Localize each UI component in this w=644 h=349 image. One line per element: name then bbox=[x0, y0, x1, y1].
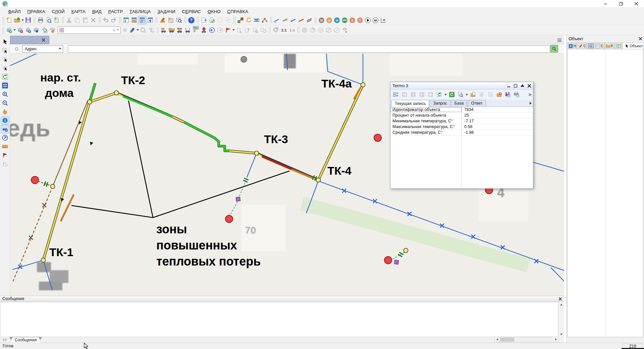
tag-button[interactable] bbox=[272, 26, 280, 34]
g-remove-button[interactable] bbox=[139, 26, 147, 34]
tab-edit[interactable]: С bbox=[577, 43, 586, 49]
filter-button[interactable] bbox=[147, 26, 155, 34]
commit-record-button[interactable] bbox=[478, 91, 486, 99]
redo-button[interactable] bbox=[110, 16, 118, 24]
toolbar-grip[interactable] bbox=[268, 27, 271, 34]
form-view-button[interactable] bbox=[392, 91, 400, 99]
toolbar-grip[interactable] bbox=[62, 17, 64, 23]
doc-sync-button[interactable] bbox=[259, 26, 267, 34]
toolbar-grip[interactable] bbox=[2, 17, 4, 23]
copy-button[interactable] bbox=[73, 16, 81, 24]
undo-button[interactable] bbox=[102, 16, 110, 24]
tab-scroll-right-icon[interactable] bbox=[529, 101, 532, 106]
toolbar-grip[interactable] bbox=[98, 17, 101, 23]
layer-remove-button[interactable] bbox=[16, 26, 24, 34]
messages-tab[interactable]: Сообщения bbox=[9, 337, 42, 343]
save-button[interactable] bbox=[24, 16, 32, 24]
object-property-grid[interactable] bbox=[567, 49, 643, 337]
menu-map[interactable]: КАРТА bbox=[68, 8, 89, 15]
new-document-button[interactable] bbox=[5, 16, 13, 24]
messages-horizontal-scrollbar[interactable] bbox=[494, 337, 558, 342]
nav-prev-button[interactable] bbox=[409, 91, 417, 99]
delete-button[interactable] bbox=[89, 16, 97, 24]
menu-service[interactable]: СЕРВИС bbox=[179, 8, 204, 15]
toolbar-grip[interactable] bbox=[314, 17, 317, 23]
layer-edit-button[interactable] bbox=[32, 26, 40, 34]
pipe-node-button[interactable] bbox=[281, 16, 289, 24]
grid-row[interactable]: Максимальная температура, C°0.58 bbox=[390, 124, 533, 130]
window-add-button[interactable] bbox=[146, 16, 154, 24]
scale-1-1-button[interactable]: 1:1 bbox=[280, 28, 288, 32]
messages-vertical-scrollbar[interactable] bbox=[558, 302, 564, 337]
window-list-icon[interactable] bbox=[557, 38, 561, 43]
node-tool-button[interactable] bbox=[236, 16, 245, 24]
ruler-button[interactable] bbox=[1, 142, 9, 151]
pipes-valve-button[interactable] bbox=[253, 16, 261, 24]
messages-content[interactable] bbox=[0, 302, 558, 337]
nav-last-button[interactable] bbox=[427, 91, 435, 99]
cut-button[interactable] bbox=[65, 16, 73, 24]
toolbar-grip[interactable] bbox=[297, 27, 300, 34]
zoom-out-button[interactable] bbox=[1, 99, 9, 107]
trace-tool-button[interactable] bbox=[245, 16, 253, 24]
doc-arrow-button[interactable] bbox=[235, 26, 243, 34]
window-text-button[interactable] bbox=[138, 16, 146, 24]
layer-combobox[interactable]: G bbox=[58, 26, 121, 34]
search-type-combobox[interactable]: Адрес bbox=[22, 45, 63, 53]
window-image-button[interactable] bbox=[130, 16, 138, 24]
doc-dashed-button[interactable] bbox=[216, 16, 224, 24]
style-pencil-button[interactable] bbox=[128, 26, 136, 34]
badge-H-button[interactable]: H bbox=[334, 17, 340, 23]
requery-button[interactable] bbox=[435, 91, 443, 99]
polygon-fill-button[interactable] bbox=[301, 26, 309, 34]
nav-next-button[interactable] bbox=[418, 91, 426, 99]
badge-M-button[interactable]: M bbox=[373, 17, 378, 23]
doc-up-button[interactable] bbox=[243, 26, 251, 34]
menu-help[interactable]: СПРАВКА bbox=[224, 8, 251, 15]
edit-style-button[interactable] bbox=[159, 16, 167, 24]
frame-add-button[interactable] bbox=[341, 26, 349, 34]
restore-button[interactable] bbox=[613, 0, 629, 7]
object-panel-close-icon[interactable] bbox=[639, 37, 642, 40]
menu-tasks[interactable]: ЗАДАЧИ bbox=[154, 8, 178, 15]
grid-row[interactable]: Минимальная температура, C°-7.17 bbox=[390, 118, 533, 124]
find-table-button[interactable] bbox=[175, 16, 183, 24]
pipe-section-button[interactable] bbox=[273, 16, 281, 24]
polygon-hatch-button[interactable] bbox=[317, 26, 325, 34]
print-button[interactable] bbox=[37, 16, 45, 24]
search-address-button[interactable] bbox=[200, 26, 208, 34]
network-nodes-button[interactable] bbox=[261, 16, 269, 24]
badge-OPC-button[interactable]: ОРС bbox=[342, 17, 347, 23]
style-pencil-dropdown[interactable] bbox=[136, 26, 139, 34]
scale-clear-button[interactable]: 1:x bbox=[288, 28, 297, 32]
sql-button[interactable]: SQL bbox=[192, 26, 200, 34]
grid-row[interactable]: Идентификатор объекта7834 bbox=[390, 107, 533, 113]
object-info-button[interactable] bbox=[1, 116, 9, 124]
pan-hand-button[interactable] bbox=[1, 108, 9, 116]
layer-add-dropdown[interactable] bbox=[13, 26, 16, 34]
grid-row[interactable]: Средняя температура, C°-1.86 bbox=[390, 130, 533, 135]
select-arrow-button[interactable] bbox=[1, 38, 9, 46]
nav-first-button[interactable] bbox=[400, 91, 409, 99]
scroll-left-icon[interactable] bbox=[495, 337, 499, 342]
menu-raster[interactable]: РАСТР bbox=[105, 8, 126, 15]
toolbar-grip[interactable] bbox=[233, 17, 235, 23]
scroll-thumb[interactable] bbox=[500, 338, 514, 342]
minimize-button[interactable] bbox=[598, 0, 613, 7]
menu-file[interactable]: ФАЙЛ bbox=[5, 8, 24, 15]
new-record-button[interactable] bbox=[469, 91, 477, 99]
select-circle-button[interactable] bbox=[1, 55, 9, 63]
badge-play-button[interactable] bbox=[365, 17, 371, 23]
tab-close-icon[interactable] bbox=[42, 39, 45, 42]
badge-D-button[interactable]: D bbox=[319, 17, 324, 23]
flag-button[interactable] bbox=[1, 151, 9, 159]
tab-current-record[interactable]: Текущая запись bbox=[391, 100, 429, 107]
termo-close-icon[interactable] bbox=[528, 84, 531, 88]
group-dashed-button[interactable] bbox=[224, 16, 232, 24]
print-preview-button[interactable] bbox=[45, 16, 53, 24]
doc-link-button[interactable] bbox=[251, 26, 259, 34]
toolbar-grip[interactable] bbox=[119, 17, 121, 23]
window-checklist-button[interactable] bbox=[122, 16, 130, 24]
doc-export-button[interactable] bbox=[200, 16, 208, 24]
open-folder-button[interactable] bbox=[13, 16, 21, 24]
